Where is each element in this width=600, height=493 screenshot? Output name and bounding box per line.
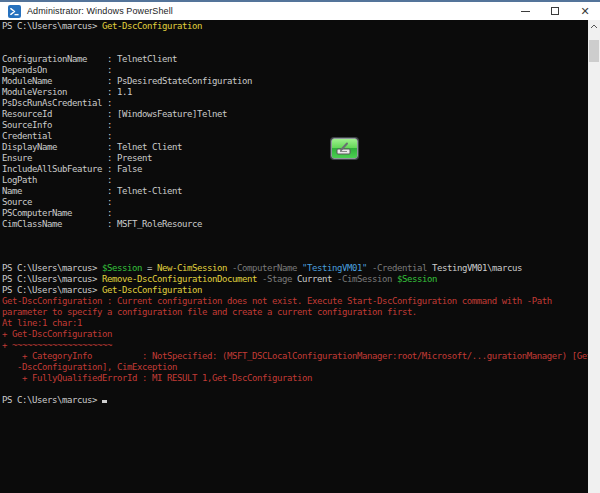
console-text-segment: PS C:\Users\marcus> <box>2 395 102 405</box>
console-line: -DscConfiguration], CimException <box>2 362 588 373</box>
console-line: PsDscRunAsCredential : <box>2 98 588 109</box>
console-text-segment: PS C:\Users\marcus> <box>2 263 102 273</box>
console-text-segment: -Credential <box>367 263 432 273</box>
console-text-segment: Get-DscConfiguration <box>102 21 202 31</box>
console-text-segment: + CategoryInfo : NotSpecified: (MSFT_DSC… <box>2 351 588 361</box>
console-text-segment: $Session <box>397 274 437 284</box>
console-text-segment: PSComputerName : <box>2 208 112 218</box>
console-text-segment: ModuleName : PsDesiredStateConfiguration <box>2 76 252 86</box>
keyboard-stylus-glyph <box>336 142 355 156</box>
console-line: + ~~~~~~~~~~~~~~~~~~~~ <box>2 340 588 351</box>
console-text-segment: CimClassName : MSFT_RoleResource <box>2 219 202 229</box>
console-text-segment: ResourceId : [WindowsFeature]Telnet <box>2 109 227 119</box>
console-line <box>2 32 588 43</box>
console-text-segment: $Session <box>102 263 142 273</box>
console-text-segment: SourceInfo : <box>2 120 112 130</box>
console-text-segment: TestingVM01\marcus <box>432 263 522 273</box>
minimize-icon <box>521 11 530 12</box>
chevron-up-icon <box>590 24 598 29</box>
console-line: LogPath : <box>2 175 588 186</box>
console-text-segment: -CimSession <box>332 274 397 284</box>
console-line: ModuleName : PsDesiredStateConfiguration <box>2 76 588 87</box>
console-line: Get-DscConfiguration : Current configura… <box>2 296 588 307</box>
console-text-segment: Source : <box>2 197 112 207</box>
console-text-segment: -Stage <box>257 274 297 284</box>
close-icon: ✕ <box>580 5 589 18</box>
console-text-segment: PsDscRunAsCredential : <box>2 98 112 108</box>
maximize-button[interactable] <box>540 2 570 20</box>
console-line: Credential : <box>2 131 588 142</box>
console-line: Source : <box>2 197 588 208</box>
window-controls: ✕ <box>510 2 600 20</box>
console-text-segment: "TestingVM01" <box>302 263 367 273</box>
scrollbar-thumb[interactable] <box>589 40 599 62</box>
console-line: parameter to specify a configuration fil… <box>2 307 588 318</box>
console-line: PS C:\Users\marcus> Get-DscConfiguration <box>2 285 588 296</box>
terminal-text: PS C:\Users\marcus> Get-DscConfiguration… <box>0 20 588 406</box>
powershell-window: Administrator: Windows PowerShell ✕ PS C… <box>0 0 600 493</box>
console-text-segment: At line:1 char:1 <box>2 318 82 328</box>
console-line: ModuleVersion : 1.1 <box>2 87 588 98</box>
console-text-segment: Ensure : Present <box>2 153 152 163</box>
console-output-area[interactable]: PS C:\Users\marcus> Get-DscConfiguration… <box>0 20 588 493</box>
minimize-button[interactable] <box>510 2 540 20</box>
console-text-segment: New-CimSession <box>157 263 227 273</box>
console-line <box>2 43 588 54</box>
console-line: CimClassName : MSFT_RoleResource <box>2 219 588 230</box>
console-text-segment: Name : Telnet-Client <box>2 186 182 196</box>
console-text-segment: Remove-DscConfigurationDocument <box>102 274 257 284</box>
console-line: + FullyQualifiedErrorId : MI RESULT 1,Ge… <box>2 373 588 384</box>
titlebar[interactable]: Administrator: Windows PowerShell ✕ <box>0 0 600 20</box>
console-text-segment: Current <box>297 274 332 284</box>
console-text-segment: DisplayName : Telnet Client <box>2 142 182 152</box>
green-keyboard-badge-icon <box>331 138 358 159</box>
console-line: Ensure : Present <box>2 153 588 164</box>
console-text-segment: + ~~~~~~~~~~~~~~~~~~~~ <box>2 340 112 350</box>
console-line: SourceInfo : <box>2 120 588 131</box>
console-text-segment: ModuleVersion : 1.1 <box>2 87 132 97</box>
console-line: PSComputerName : <box>2 208 588 219</box>
close-button[interactable]: ✕ <box>570 2 600 20</box>
console-line: Name : Telnet-Client <box>2 186 588 197</box>
console-line: PS C:\Users\marcus> Get-DscConfiguration <box>2 21 588 32</box>
console-line <box>2 384 588 395</box>
maximize-icon <box>551 7 559 15</box>
console-text-segment: Credential : <box>2 131 112 141</box>
console-text-segment: parameter to specify a configuration fil… <box>2 307 417 317</box>
console-line <box>2 241 588 252</box>
console-line: PS C:\Users\marcus> $Session = New-CimSe… <box>2 263 588 274</box>
console-line: DependsOn : <box>2 65 588 76</box>
console-text-segment: Get-DscConfiguration : Current configura… <box>2 296 552 306</box>
scroll-up-button[interactable] <box>588 20 600 33</box>
console-line: ResourceId : [WindowsFeature]Telnet <box>2 109 588 120</box>
console-text-segment: ConfigurationName : TelnetClient <box>2 54 177 64</box>
console-line: + CategoryInfo : NotSpecified: (MSFT_DSC… <box>2 351 588 362</box>
console-text-segment: PS C:\Users\marcus> <box>2 21 102 31</box>
console-line: PS C:\Users\marcus> Remove-DscConfigurat… <box>2 274 588 285</box>
console-line: IncludeAllSubFeature : False <box>2 164 588 175</box>
console-text-segment: = <box>142 263 157 273</box>
window-title: Administrator: Windows PowerShell <box>27 6 173 16</box>
console-line: + Get-DscConfiguration <box>2 329 588 340</box>
console-text-segment: -DscConfiguration], CimException <box>2 362 177 372</box>
console-text-segment: PS C:\Users\marcus> <box>2 285 102 295</box>
console-line <box>2 230 588 241</box>
console-text-segment: PS C:\Users\marcus> <box>2 274 102 284</box>
console-text-segment: LogPath : <box>2 175 112 185</box>
console-text-segment: IncludeAllSubFeature : False <box>2 164 142 174</box>
console-line: At line:1 char:1 <box>2 318 588 329</box>
console-line: ConfigurationName : TelnetClient <box>2 54 588 65</box>
console-line <box>2 252 588 263</box>
text-cursor <box>102 400 107 403</box>
console-text-segment: -ComputerName <box>227 263 302 273</box>
scrollbar[interactable] <box>588 20 600 493</box>
console-text-segment: + Get-DscConfiguration <box>2 329 112 339</box>
console-text-segment: DependsOn : <box>2 65 112 75</box>
powershell-icon <box>8 5 21 18</box>
console-text-segment: Get-DscConfiguration <box>102 285 202 295</box>
console-line: DisplayName : Telnet Client <box>2 142 588 153</box>
console-line: PS C:\Users\marcus> <box>2 395 588 406</box>
console-text-segment: + FullyQualifiedErrorId : MI RESULT 1,Ge… <box>2 373 312 383</box>
